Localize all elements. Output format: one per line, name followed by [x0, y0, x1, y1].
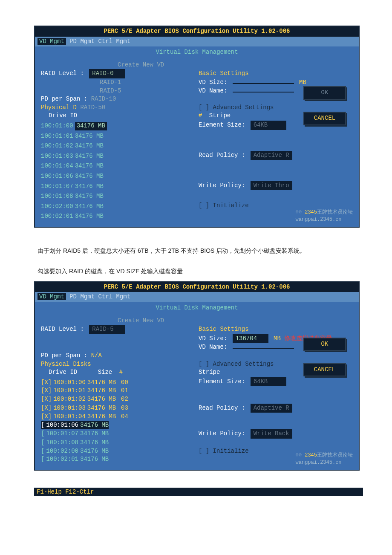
read-policy-value[interactable]: Adaptive R — [251, 404, 292, 413]
vd-size-input[interactable] — [233, 83, 294, 84]
footer-keys: F1-Help F12-Ctlr — [34, 488, 363, 496]
ok-button[interactable]: OK — [303, 86, 346, 100]
vd-name-input[interactable] — [233, 92, 294, 92]
menu-pd[interactable]: PD Mgmt — [69, 293, 95, 300]
drive-id-header: Drive ID — [49, 112, 77, 119]
doc-paragraph-1: 由于划分 RAID5 后，硬盘总大小还有 6TB，大于 2TB 不支持 BIOS… — [37, 245, 358, 257]
menu-ctrl[interactable]: Ctrl Mgmt — [98, 38, 130, 45]
bios-menubar[interactable]: VD Mgmt PD Mgmt Ctrl Mgmt — [35, 37, 359, 47]
vd-name-label: VD Name: — [199, 344, 227, 350]
col-hash: # — [119, 369, 123, 376]
drive-row[interactable]: [X]100:01:0434176 MB04 — [41, 413, 199, 421]
create-new-vd: Create New VD — [118, 61, 353, 69]
drive-row[interactable]: 100:01:0434176 MB — [41, 162, 199, 171]
physical-disks-label: Physical D — [41, 104, 77, 111]
ok-button[interactable]: OK — [303, 338, 346, 351]
raid-level-label: RAID Level : — [41, 70, 84, 77]
vd-size-input[interactable]: 136704 — [233, 334, 268, 344]
cancel-button[interactable]: CANCEL — [303, 112, 346, 125]
physical-disks-label: Physical Disks — [41, 361, 91, 367]
menu-vd[interactable]: VD Mgmt — [37, 38, 66, 45]
vdm-title: Virtual Disk Management — [35, 48, 359, 57]
raid-opt-1[interactable]: RAID-1 — [100, 79, 121, 86]
element-size-value[interactable]: 64KB — [251, 121, 286, 130]
watermark: ⊙⊙ 2345王牌技术员论坛 wangpai.2345.cn — [296, 209, 353, 223]
col-hash: # — [199, 112, 202, 119]
drive-row[interactable]: 100:01:0834176 MB — [41, 192, 199, 201]
bios-menubar[interactable]: VD Mgmt PD Mgmt Ctrl Mgmt — [35, 292, 359, 302]
write-policy-value[interactable]: Write Back — [251, 429, 292, 439]
raid-opt-4[interactable]: RAID-50 — [80, 104, 105, 111]
doc-paragraph-2: 勾选要加入 RAID 的磁盘，在 VD SIZE 处输入磁盘容量 — [37, 265, 358, 277]
drive-row[interactable]: 100:02:0134176 MB — [41, 212, 199, 221]
drive-row[interactable]: [ 100:02:0134176 MB — [41, 455, 199, 464]
cancel-button[interactable]: CANCEL — [303, 363, 346, 377]
menu-ctrl[interactable]: Ctrl Mgmt — [98, 293, 130, 300]
raid-level-label: RAID Level : — [41, 326, 84, 332]
drive-row[interactable]: [ 100:01:0834176 MB — [41, 439, 199, 447]
menu-pd[interactable]: PD Mgmt — [69, 38, 95, 45]
pd-per-span-value: N/A — [91, 352, 102, 359]
drive-row[interactable]: 100:02:0034176 MB — [41, 202, 199, 211]
element-size-label: Element Size: — [199, 121, 245, 128]
pd-per-span-label: PD per Span : — [41, 352, 87, 359]
stripe-label: Stripe — [199, 369, 220, 376]
element-size-label: Element Size: — [199, 378, 245, 385]
bios-title: PERC 5/E Adapter BIOS Configuration Util… — [35, 26, 359, 37]
size-header: Size — [98, 369, 112, 376]
drive-row[interactable]: [ 100:02:0034176 MB — [41, 447, 199, 456]
adv-settings-label[interactable]: [ ] Advanced Settings — [199, 104, 274, 111]
bios-screenshot-2: PERC 5/E Adapter BIOS Configuration Util… — [34, 281, 360, 471]
vd-size-unit: MB — [299, 79, 306, 86]
raid-level-value[interactable]: RAID-5 — [89, 325, 125, 334]
drive-row[interactable]: [ 100:01:0734176 MB — [41, 430, 199, 438]
read-policy-label: Read Policy : — [199, 152, 245, 159]
vd-name-input[interactable] — [233, 348, 294, 349]
vd-size-unit: MB — [274, 335, 281, 342]
drive-row[interactable]: 100:01:0634176 MB — [41, 172, 199, 181]
drive-row[interactable]: 100:01:0334176 MB — [41, 152, 199, 161]
raid-level-value[interactable]: RAID-0 — [89, 69, 125, 78]
element-size-value[interactable]: 64KB — [251, 377, 286, 387]
drive-row[interactable]: [X]100:01:0334176 MB03 — [41, 404, 199, 413]
watermark: ⊙⊙ 2345王牌技术员论坛 wangpai.2345.cn — [296, 452, 353, 466]
raid-opt-2[interactable]: RAID-5 — [100, 87, 121, 94]
basic-settings-label: Basic Settings — [199, 70, 249, 77]
raid-opt-3[interactable]: RAID-10 — [91, 95, 116, 102]
adv-settings-label[interactable]: [ ] Advanced Settings — [199, 361, 274, 367]
initialize-label[interactable]: [ ] Initialize — [199, 448, 249, 454]
drive-row-selected[interactable]: [ 100:01:0634176 MB — [41, 421, 109, 430]
write-policy-label: Write Policy: — [199, 430, 245, 437]
drive-row[interactable]: [X]100:01:0034176 MB00 — [41, 379, 199, 387]
bios-screenshot-1: PERC 5/E Adapter BIOS Configuration Util… — [34, 26, 360, 228]
drive-row[interactable]: 100:01:00 34176 MB — [41, 122, 199, 130]
drive-id-header: Drive ID — [49, 369, 77, 376]
write-policy-value[interactable]: Write Thro — [251, 181, 292, 191]
create-new-vd: Create New VD — [118, 317, 353, 325]
vd-size-label: VD Size: — [199, 79, 227, 86]
bios-title: PERC 5/E Adapter BIOS Configuration Util… — [35, 282, 359, 292]
drive-row[interactable]: 100:01:0234176 MB — [41, 142, 199, 150]
initialize-label[interactable]: [ ] Initialize — [199, 202, 249, 209]
drive-row[interactable]: 100:01:0134176 MB — [41, 132, 199, 141]
vdm-title: Virtual Disk Management — [35, 304, 359, 312]
basic-settings-label: Basic Settings — [199, 326, 249, 332]
read-policy-label: Read Policy : — [199, 405, 245, 411]
drive-row[interactable]: [X]100:01:0134176 MB01 — [41, 387, 199, 395]
vd-name-label: VD Name: — [199, 87, 227, 94]
drive-row[interactable]: 100:01:0734176 MB — [41, 182, 199, 191]
write-policy-label: Write Policy: — [199, 182, 245, 189]
drive-row[interactable]: [X]100:01:0234176 MB02 — [41, 395, 199, 404]
pd-per-span-label: PD per Span : — [41, 95, 87, 102]
vd-size-label: VD Size: — [199, 335, 227, 342]
menu-vd[interactable]: VD Mgmt — [37, 293, 66, 300]
read-policy-value[interactable]: Adaptive R — [251, 151, 292, 160]
stripe-label: Stripe — [209, 112, 231, 119]
